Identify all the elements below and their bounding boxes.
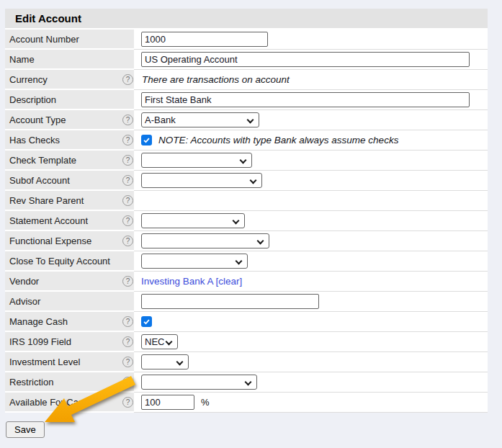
field-label: Account Type	[9, 115, 66, 125]
field-label-cell: Has Checks?	[5, 130, 134, 151]
field-value-cell	[134, 292, 488, 312]
select-dropdown[interactable]: A-Bank	[141, 112, 259, 127]
field-value-cell: A-Bank	[134, 110, 488, 130]
form-row: IRS 1099 Field?NEC	[5, 332, 488, 352]
form-row: Functional Expense?	[5, 231, 488, 251]
help-icon[interactable]: ?	[122, 357, 133, 367]
help-icon[interactable]: ?	[122, 175, 133, 186]
form-row: Account Number	[5, 30, 488, 50]
page-title: Edit Account	[5, 9, 488, 30]
help-icon[interactable]: ?	[122, 336, 133, 347]
select-dropdown[interactable]	[141, 233, 269, 248]
field-label-cell: Advisor	[5, 292, 134, 312]
form-row: Close To Equity Account	[5, 251, 488, 272]
chevron-down-icon	[245, 379, 252, 386]
field-value-cell: There are transactions on account	[134, 70, 488, 90]
field-label-cell: Rev Share Parent?	[5, 191, 134, 211]
field-label-cell: Investment Level?	[5, 352, 134, 372]
help-icon[interactable]: ?	[122, 377, 133, 387]
checkbox[interactable]	[141, 316, 152, 327]
field-label: Advisor	[9, 296, 40, 307]
field-value-cell	[134, 211, 488, 231]
text-input[interactable]	[141, 294, 319, 309]
field-value-cell	[134, 231, 488, 251]
field-label-cell: Subof Account?	[5, 171, 134, 191]
form-row: Subof Account?	[5, 171, 488, 191]
field-label: Description	[9, 94, 56, 105]
form-row: Statement Account?	[5, 211, 488, 231]
form-row: Currency?There are transactions on accou…	[5, 70, 488, 90]
form-row: Restriction?	[5, 372, 488, 393]
field-label: Account Number	[9, 34, 79, 45]
field-label: Subof Account	[9, 175, 70, 186]
text-input[interactable]	[141, 52, 470, 67]
form-row: Available For Cash?%	[5, 393, 488, 413]
field-label-cell: Account Number	[5, 30, 134, 50]
field-value-cell	[134, 372, 488, 393]
help-icon[interactable]: ?	[122, 115, 133, 125]
checkbox[interactable]	[141, 135, 152, 145]
field-label-cell: Available For Cash?	[5, 393, 134, 413]
checkmark-icon	[143, 136, 151, 144]
text-input[interactable]	[141, 395, 194, 410]
form-row: Rev Share Parent?	[5, 191, 488, 211]
field-value-cell	[134, 171, 488, 191]
help-icon[interactable]: ?	[122, 155, 133, 166]
field-label-cell: IRS 1099 Field?	[5, 332, 134, 352]
checkmark-icon	[143, 318, 151, 326]
text-input[interactable]	[141, 32, 268, 47]
help-icon[interactable]: ?	[122, 236, 133, 246]
help-icon[interactable]: ?	[122, 74, 133, 85]
note-text: NOTE: Accounts with type Bank always ass…	[158, 135, 398, 145]
form-row: Investment Level?	[5, 352, 488, 372]
field-label-cell: Vendor?	[5, 272, 134, 292]
field-value-cell	[134, 312, 488, 332]
help-icon[interactable]: ?	[122, 397, 133, 408]
help-icon[interactable]: ?	[122, 135, 133, 145]
field-label: Available For Cash	[9, 397, 89, 408]
select-dropdown[interactable]	[141, 354, 189, 369]
chevron-down-icon	[250, 177, 257, 184]
text-input[interactable]	[141, 92, 470, 107]
field-label: Statement Account	[9, 215, 88, 226]
field-value-cell	[134, 90, 488, 110]
select-dropdown[interactable]: NEC	[141, 334, 178, 349]
field-label: Has Checks	[9, 135, 60, 145]
field-label-cell: Description	[5, 90, 134, 110]
form-row: Advisor	[5, 292, 488, 312]
edit-account-form: Edit Account Account NumberNameCurrency?…	[5, 9, 488, 413]
chevron-down-icon	[247, 117, 254, 124]
field-value-cell: NEC	[134, 332, 488, 352]
field-label: Functional Expense	[9, 236, 91, 246]
select-dropdown[interactable]	[141, 375, 257, 390]
help-icon[interactable]: ?	[122, 316, 133, 327]
field-value-cell: %	[134, 393, 488, 413]
percent-suffix: %	[201, 397, 210, 408]
field-value-cell: NOTE: Accounts with type Bank always ass…	[134, 130, 488, 151]
help-icon[interactable]: ?	[122, 276, 133, 287]
field-label: Check Template	[9, 155, 76, 166]
form-row: Description	[5, 90, 488, 110]
help-icon[interactable]: ?	[122, 215, 133, 226]
select-dropdown[interactable]	[141, 254, 248, 269]
field-label: Close To Equity Account	[9, 256, 110, 266]
select-dropdown[interactable]	[141, 173, 262, 188]
field-value-cell	[134, 251, 488, 272]
field-label: Rev Share Parent	[9, 195, 84, 206]
form-row: Has Checks?NOTE: Accounts with type Bank…	[5, 130, 488, 151]
vendor-link[interactable]: Investing Bank A [clear]	[141, 276, 242, 287]
select-dropdown[interactable]	[141, 153, 252, 168]
select-dropdown[interactable]	[141, 213, 245, 228]
help-icon[interactable]: ?	[122, 195, 133, 206]
field-label-cell: Restriction?	[5, 372, 134, 393]
field-label: Manage Cash	[9, 316, 68, 327]
field-label-cell: Functional Expense?	[5, 231, 134, 251]
field-value-cell	[134, 50, 488, 70]
chevron-down-icon	[257, 238, 264, 245]
field-label: Restriction	[9, 377, 53, 387]
field-label-cell: Account Type?	[5, 110, 134, 130]
form-table-body: Account NumberNameCurrency?There are tra…	[5, 30, 488, 413]
save-button[interactable]: Save	[6, 421, 45, 438]
field-label-cell: Currency?	[5, 70, 134, 90]
field-value-cell	[134, 151, 488, 171]
